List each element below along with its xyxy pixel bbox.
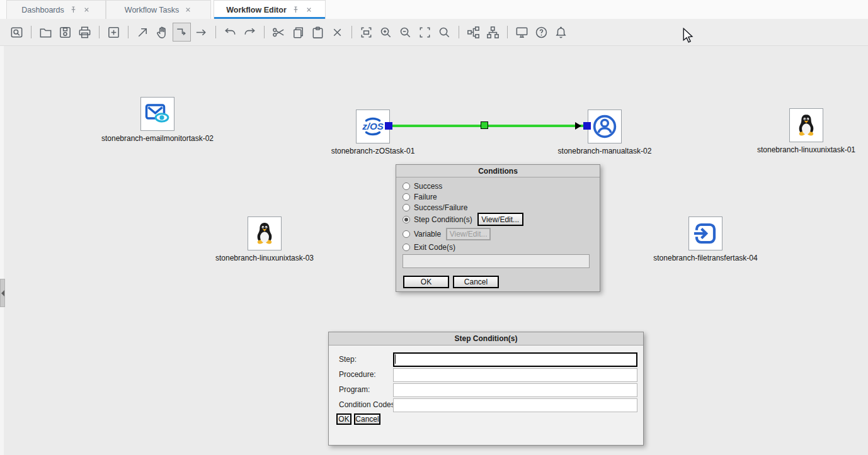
pin-icon[interactable] (69, 6, 77, 14)
condition-option-success-failure[interactable]: Success/Failure (403, 203, 467, 213)
conditions-cancel-button[interactable]: Cancel (453, 276, 499, 288)
pin-icon[interactable] (292, 6, 300, 14)
paste-button[interactable] (309, 23, 327, 42)
fit-to-window-icon (359, 25, 374, 40)
edge-source-handle[interactable] (385, 122, 392, 130)
task-node-box[interactable] (688, 216, 722, 250)
arrow-tool-button[interactable] (192, 23, 210, 42)
radio-success[interactable] (403, 183, 410, 190)
redo-button[interactable] (241, 23, 259, 42)
monitor-button[interactable] (513, 23, 531, 42)
save-icon (58, 25, 72, 40)
toolbar-separator (215, 26, 216, 38)
straight-connector-button[interactable] (134, 23, 152, 42)
condition-codes-input[interactable] (393, 398, 637, 412)
radio-variable[interactable] (403, 230, 410, 238)
toolbar-separator (99, 26, 100, 38)
task-node-label: stonebranch-filetransfertask-04 (636, 254, 775, 262)
workflow-canvas[interactable]: stonebranch-emailmonitortask-02 stonebra… (0, 46, 868, 455)
view-edit-variable-button-disabled: View/Edit... (446, 228, 491, 240)
layout-horizontal-icon (466, 25, 481, 40)
save-button[interactable] (56, 23, 74, 42)
condition-option-variable[interactable]: Variable View/Edit... (403, 227, 491, 240)
task-node-filetransfer[interactable]: stonebranch-filetransfertask-04 (636, 216, 775, 262)
add-task-button[interactable] (105, 23, 123, 42)
radio-exit-codes[interactable] (403, 244, 410, 251)
orthogonal-connector-button[interactable] (173, 23, 191, 42)
close-icon[interactable] (305, 6, 313, 14)
tab-label: Workflow Editor (226, 6, 287, 14)
tab-dashboards[interactable]: Dashboards (6, 0, 106, 19)
task-node-box[interactable] (588, 110, 622, 143)
radio-step-conditions[interactable] (403, 216, 410, 223)
task-node-manual[interactable]: stonebranch-manualtask-02 (535, 110, 674, 155)
sidebar-collapse-handle[interactable] (0, 279, 5, 307)
task-node-box[interactable] (789, 108, 823, 142)
copy-button[interactable] (289, 23, 307, 42)
condition-option-step-conditions[interactable]: Step Condition(s) View/Edit... (403, 213, 523, 226)
redo-icon (243, 25, 257, 40)
task-node-zos[interactable]: stonebranch-zOStask-01 (304, 110, 442, 155)
program-field-label: Program: (339, 385, 370, 394)
task-node-linux-01[interactable]: stonebranch-linuxunixtask-01 (737, 108, 868, 154)
search-button[interactable] (435, 23, 454, 42)
zoom-in-button[interactable] (377, 23, 395, 42)
zoom-selection-icon (418, 25, 432, 40)
orthogonal-connector-icon (174, 25, 189, 40)
edge-target-handle[interactable] (583, 122, 591, 130)
step-ok-button[interactable]: OK (336, 413, 351, 425)
task-node-emailmonitor[interactable]: stonebranch-emailmonitortask-02 (88, 97, 227, 143)
conditions-dialog: Conditions Success Failure Success/Failu… (396, 164, 600, 292)
dialog-title-bar[interactable]: Conditions (396, 165, 600, 177)
layout-vertical-button[interactable] (484, 23, 502, 42)
print-button[interactable] (76, 23, 94, 42)
straight-connector-icon (135, 25, 150, 40)
task-node-linux-03[interactable]: stonebranch-linuxunixtask-03 (195, 216, 334, 262)
fit-to-window-button[interactable] (357, 23, 375, 42)
notifications-button[interactable] (552, 23, 570, 42)
zos-icon (360, 113, 386, 140)
tab-workflow-editor[interactable]: Workflow Editor (214, 0, 326, 19)
tab-workflow-tasks[interactable]: Workflow Tasks (106, 0, 211, 19)
preview-button[interactable] (8, 23, 26, 42)
arrow-right-icon (194, 25, 208, 40)
delete-button[interactable] (328, 23, 346, 42)
radio-failure[interactable] (403, 193, 410, 201)
task-node-box[interactable] (140, 97, 174, 131)
edge-midpoint-handle[interactable] (481, 121, 488, 129)
step-input[interactable] (393, 352, 637, 367)
conditions-ok-button[interactable]: OK (403, 276, 449, 288)
pan-button[interactable] (153, 23, 171, 42)
pan-hand-icon (155, 25, 169, 40)
close-icon[interactable] (83, 6, 91, 14)
step-cancel-button[interactable]: Cancel (354, 413, 380, 425)
step-conditions-dialog: Step Condition(s) Step: Procedure: Progr… (328, 332, 644, 446)
zoom-out-button[interactable] (396, 23, 414, 42)
condition-option-failure[interactable]: Failure (403, 192, 437, 202)
radio-label: Step Condition(s) (414, 215, 472, 224)
help-button[interactable] (532, 23, 551, 42)
radio-label: Exit Code(s) (414, 243, 455, 252)
close-icon[interactable] (184, 6, 192, 14)
exit-codes-input[interactable] (403, 254, 590, 268)
dialog-title-bar[interactable]: Step Condition(s) (329, 332, 643, 345)
procedure-input[interactable] (393, 368, 637, 382)
condition-option-success[interactable]: Success (403, 181, 442, 191)
workflow-edge[interactable] (391, 125, 586, 127)
cut-button[interactable] (270, 23, 288, 42)
view-edit-step-button[interactable]: View/Edit... (477, 213, 523, 226)
undo-button[interactable] (221, 23, 239, 42)
editor-toolbar (0, 19, 868, 46)
preview-icon (9, 25, 24, 40)
layout-horizontal-button[interactable] (464, 23, 483, 42)
program-input[interactable] (393, 383, 637, 397)
condition-option-exit-codes[interactable]: Exit Code(s) (403, 242, 455, 252)
open-button[interactable] (37, 23, 55, 42)
task-node-box[interactable] (248, 216, 282, 250)
zoom-selection-button[interactable] (416, 23, 434, 42)
search-icon (437, 25, 452, 40)
radio-success-failure[interactable] (403, 204, 410, 211)
condition-codes-field-label: Condition Codes: (339, 400, 397, 409)
monitor-icon (515, 25, 529, 40)
print-icon (77, 25, 92, 40)
